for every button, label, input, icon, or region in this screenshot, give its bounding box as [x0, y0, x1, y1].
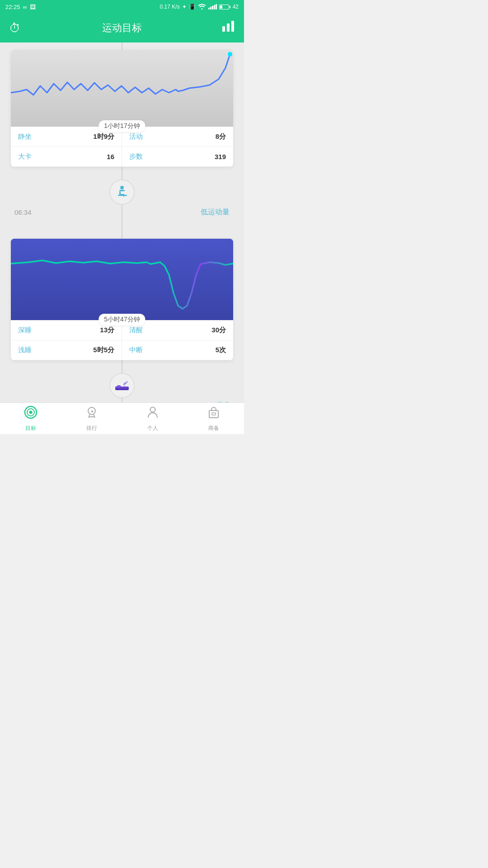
nav-label-goals: 目标	[25, 425, 36, 432]
sleep-card: 5小时47分钟 深睡 13分 清醒 30分 浅睡 5时5分 中断 5次	[11, 239, 233, 360]
nav-label-ranking: 排行	[86, 425, 97, 432]
personal-icon	[145, 405, 160, 423]
stat-value-qingxing: 30分	[211, 326, 226, 335]
battery-percent: 42	[233, 4, 239, 10]
image-icon: 🖼	[30, 4, 36, 10]
infinity-icon: ∞	[23, 4, 27, 10]
stat-label-zhongduan: 中断	[129, 346, 143, 354]
battery-icon	[219, 5, 230, 9]
vibrate-icon: 📳	[189, 4, 196, 10]
activity-card: 1小时17分钟 静坐 1时9分 活动 8分 大卡 16 步数 319	[11, 50, 233, 167]
nav-label-personal: 个人	[147, 425, 158, 432]
nav-label-store: 商备	[208, 425, 219, 432]
stat-value-bushu: 319	[215, 153, 226, 160]
nav-item-ranking[interactable]: ★ 排行	[61, 405, 122, 432]
svg-rect-0	[222, 26, 225, 32]
content-area: 1小时17分钟 静坐 1时9分 活动 8分 大卡 16 步数 319	[0, 42, 244, 402]
sleep-total-time: 5小时47分钟	[99, 314, 145, 326]
sleep-timeline-info: 00:47 睡眠	[0, 401, 244, 402]
stat-value-huodong: 8分	[216, 132, 226, 141]
status-time: 22:25	[5, 4, 20, 10]
svg-rect-27	[209, 410, 218, 418]
wifi-icon	[198, 3, 206, 11]
activity-tag: 低运动量	[201, 208, 230, 217]
goals-icon	[23, 405, 38, 423]
stat-label-daka: 大卡	[18, 152, 32, 161]
nav-item-goals[interactable]: 目标	[0, 405, 61, 432]
svg-rect-6	[119, 190, 125, 191]
sleep-time-label: 00:47	[14, 402, 32, 402]
stat-daka: 大卡 16	[11, 147, 122, 167]
status-bar: 22:25 ∞ 🖼 0.17 K/s ✦ 📳 42	[0, 0, 244, 14]
svg-point-26	[150, 407, 155, 412]
page-title: 运动目标	[102, 21, 142, 35]
svg-text:z: z	[127, 380, 128, 383]
stat-zhongduan: 中断 5次	[122, 340, 233, 360]
activity-total-time: 1小时17分钟	[99, 120, 145, 132]
sleep-chart	[11, 239, 233, 320]
stat-value-shensui: 13分	[100, 326, 114, 335]
bluetooth-icon: ✦	[182, 4, 187, 10]
sleep-stats-grid: 深睡 13分 清醒 30分 浅睡 5时5分 中断 5次	[11, 320, 233, 360]
stat-qiansui: 浅睡 5时5分	[11, 340, 122, 360]
activity-chart	[11, 50, 233, 127]
header: ⏱ 运动目标	[0, 14, 244, 42]
stat-value-jingzuo: 1时9分	[93, 132, 114, 141]
svg-rect-2	[231, 21, 234, 32]
stat-label-jingzuo: 静坐	[18, 132, 32, 141]
svg-rect-28	[212, 413, 216, 415]
svg-point-5	[120, 186, 124, 189]
svg-rect-1	[227, 24, 230, 32]
stat-label-shensui: 深睡	[18, 326, 32, 335]
svg-point-20	[29, 410, 32, 414]
nav-item-store[interactable]: 商备	[183, 405, 244, 432]
activity-time-label: 06:34	[14, 208, 32, 216]
activity-stats-wrapper: 1小时17分钟 静坐 1时9分 活动 8分 大卡 16 步数 319	[11, 127, 233, 167]
sleep-timeline-node: z z z 00:47 睡眠	[0, 368, 244, 402]
svg-text:★: ★	[90, 409, 94, 414]
svg-rect-3	[11, 50, 233, 127]
stat-value-qiansui: 5时5分	[93, 346, 114, 354]
bottom-nav: 目标 ★ 排行 个人	[0, 402, 244, 434]
activity-stats-grid: 静坐 1时9分 活动 8分 大卡 16 步数 319	[11, 127, 233, 167]
stat-label-qiansui: 浅睡	[18, 346, 32, 354]
activity-timeline-info: 06:34 低运动量	[0, 208, 244, 217]
activity-timeline-node: 06:34 低运动量	[0, 174, 244, 222]
timer-icon[interactable]: ⏱	[9, 21, 21, 35]
signal-icon	[208, 4, 217, 9]
stat-value-daka: 16	[107, 153, 114, 160]
stat-label-huodong: 活动	[129, 132, 143, 141]
sleep-stats-wrapper: 5小时47分钟 深睡 13分 清醒 30分 浅睡 5时5分 中断 5次	[11, 320, 233, 360]
stat-label-bushu: 步数	[129, 152, 143, 161]
sleep-icon: z z z	[109, 373, 135, 398]
store-icon	[206, 405, 221, 423]
stat-value-zhongduan: 5次	[216, 346, 226, 354]
status-right: 0.17 K/s ✦ 📳 42	[160, 3, 239, 11]
nav-item-personal[interactable]: 个人	[122, 405, 183, 432]
svg-point-4	[228, 52, 232, 57]
activity-icon	[109, 179, 135, 205]
svg-rect-13	[115, 388, 129, 390]
sleep-tag: 睡眠	[215, 401, 230, 402]
svg-rect-11	[11, 239, 233, 320]
data-speed: 0.17 K/s	[160, 4, 180, 10]
chart-icon[interactable]	[221, 21, 235, 36]
svg-point-14	[117, 385, 121, 388]
stat-bushu: 步数 319	[122, 147, 233, 167]
ranking-icon: ★	[84, 405, 99, 423]
status-left: 22:25 ∞ 🖼	[5, 4, 36, 10]
stat-label-qingxing: 清醒	[129, 326, 143, 335]
